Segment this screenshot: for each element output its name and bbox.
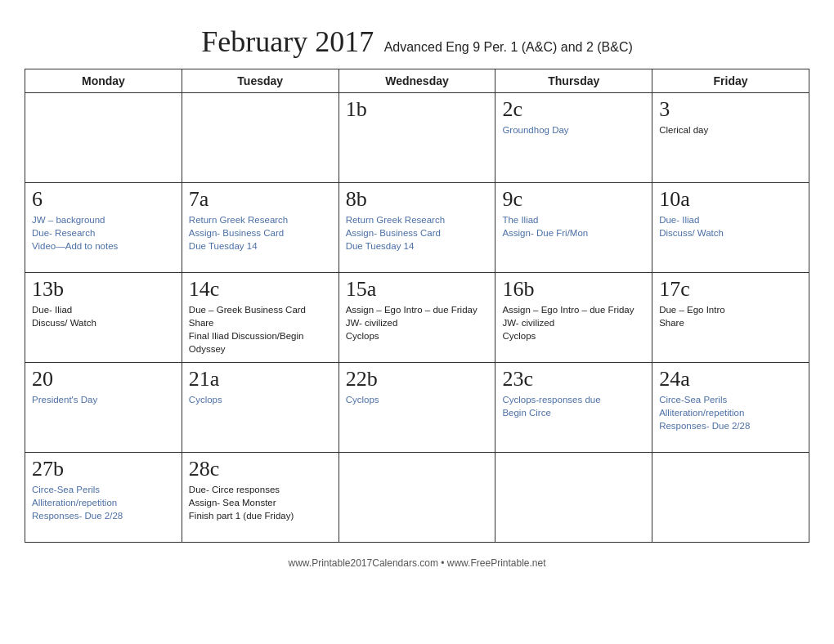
footer-text: www.Printable2017Calendars.com • www.Fre… xyxy=(288,557,545,569)
day-event: Discuss/ Watch xyxy=(32,316,175,329)
week-row-3: 13bDue- IliadDiscuss/ Watch14cDue – Gree… xyxy=(25,273,809,363)
week-row-4: 20President's Day21aCyclops22bCyclops23c… xyxy=(25,363,809,453)
day-event: Assign – Ego Intro – due Friday xyxy=(502,303,645,316)
calendar-cell: 14cDue – Greek Business CardShareFinal I… xyxy=(182,273,339,363)
day-number: 20 xyxy=(32,368,175,391)
column-header-thursday: Thursday xyxy=(495,69,652,93)
day-number: 22b xyxy=(346,368,489,391)
calendar-cell: 10aDue- IliadDiscuss/ Watch xyxy=(652,183,809,273)
day-event: Discuss/ Watch xyxy=(659,226,802,239)
day-number: 8b xyxy=(346,188,489,212)
day-number: 14c xyxy=(189,278,332,302)
day-event: The Iliad xyxy=(502,213,645,226)
day-number: 17c xyxy=(659,278,802,302)
day-event: Share xyxy=(189,316,332,329)
day-event: Assign- Business Card xyxy=(189,226,332,239)
day-event: Assign- Business Card xyxy=(346,226,489,239)
calendar-cell: 27bCirce-Sea PerilsAlliteration/repetiti… xyxy=(25,453,182,543)
day-event: Due- Iliad xyxy=(32,303,175,316)
day-event: Due – Ego Intro xyxy=(659,303,802,316)
calendar-cell: 17cDue – Ego IntroShare xyxy=(652,273,809,363)
calendar-header: February 2017 Advanced Eng 9 Per. 1 (A&C… xyxy=(201,25,633,59)
calendar-cell: 24aCirce-Sea PerilsAlliteration/repetiti… xyxy=(652,363,809,453)
day-event: Cyclops xyxy=(502,329,645,342)
calendar-cell: 3Clerical day xyxy=(652,93,809,183)
calendar-cell: 13bDue- IliadDiscuss/ Watch xyxy=(25,273,182,363)
day-event: Assign- Due Fri/Mon xyxy=(502,226,645,239)
day-event: JW- civilized xyxy=(346,316,489,329)
day-number: 28c xyxy=(189,458,332,481)
week-row-5: 27bCirce-Sea PerilsAlliteration/repetiti… xyxy=(25,453,809,543)
calendar-subtitle: Advanced Eng 9 Per. 1 (A&C) and 2 (B&C) xyxy=(384,40,633,54)
day-event: Due – Greek Business Card xyxy=(189,303,332,316)
day-event: Responses- Due 2/28 xyxy=(32,509,175,522)
day-event: Return Greek Research xyxy=(346,213,489,226)
calendar-cell xyxy=(339,453,495,543)
day-event: Alliteration/repetition xyxy=(659,406,802,419)
day-event: Alliteration/repetition xyxy=(32,496,175,509)
day-event: Share xyxy=(659,316,802,329)
calendar-cell xyxy=(182,93,339,183)
calendar-cell: 2cGroundhog Day xyxy=(495,93,652,183)
day-number: 3 xyxy=(659,98,802,122)
calendar-cell: 22bCyclops xyxy=(339,363,495,453)
day-event: Finish part 1 (due Friday) xyxy=(189,509,332,522)
calendar-title: February 2017 xyxy=(201,25,374,58)
calendar-cell: 9cThe IliadAssign- Due Fri/Mon xyxy=(495,183,652,273)
day-event: Due Tuesday 14 xyxy=(346,239,489,253)
day-number: 2c xyxy=(502,98,645,122)
calendar-cell xyxy=(25,93,182,183)
calendar-cell: 20President's Day xyxy=(25,363,182,453)
day-event: Cyclops xyxy=(346,393,489,406)
day-event: Assign- Sea Monster xyxy=(189,496,332,509)
day-number: 15a xyxy=(346,278,489,302)
day-event: Assign – Ego Intro – due Friday xyxy=(346,303,489,316)
column-header-monday: Monday xyxy=(25,69,182,93)
day-event: Due- Iliad xyxy=(659,213,802,226)
calendar-cell xyxy=(652,453,809,543)
calendar-cell: 23cCyclops-responses dueBegin Circe xyxy=(495,363,652,453)
week-row-1: 1b2cGroundhog Day3Clerical day xyxy=(25,93,809,183)
day-event: Clerical day xyxy=(659,123,802,136)
column-header-friday: Friday xyxy=(652,69,809,93)
day-event: JW – background xyxy=(32,213,175,226)
day-number: 24a xyxy=(659,368,802,391)
calendar-header-row: MondayTuesdayWednesdayThursdayFriday xyxy=(25,69,809,93)
calendar-cell xyxy=(495,453,652,543)
calendar-cell: 21aCyclops xyxy=(182,363,339,453)
calendar-cell: 16bAssign – Ego Intro – due FridayJW- ci… xyxy=(495,273,652,363)
day-event: Return Greek Research xyxy=(189,213,332,226)
day-number: 7a xyxy=(189,188,332,212)
day-number: 21a xyxy=(189,368,332,391)
calendar-table: MondayTuesdayWednesdayThursdayFriday 1b2… xyxy=(25,69,809,543)
day-event: Groundhog Day xyxy=(502,123,645,136)
column-header-wednesday: Wednesday xyxy=(339,69,495,93)
day-number: 23c xyxy=(502,368,645,391)
day-number: 1b xyxy=(346,98,489,122)
day-event: Begin Circe xyxy=(502,406,645,419)
calendar-cell: 8bReturn Greek ResearchAssign- Business … xyxy=(339,183,495,273)
day-event: Cyclops xyxy=(189,393,332,406)
calendar-cell: 28cDue- Circe responsesAssign- Sea Monst… xyxy=(182,453,339,543)
calendar-cell: 1b xyxy=(339,93,495,183)
day-event: Video—Add to notes xyxy=(32,239,175,253)
column-header-tuesday: Tuesday xyxy=(182,69,339,93)
day-event: Cyclops xyxy=(346,329,489,342)
day-event: Due- Research xyxy=(32,226,175,239)
day-number: 27b xyxy=(32,458,175,481)
calendar-cell: 6JW – backgroundDue- ResearchVideo—Add t… xyxy=(25,183,182,273)
day-event: JW- civilized xyxy=(502,316,645,329)
day-event: Circe-Sea Perils xyxy=(659,393,802,406)
day-number: 9c xyxy=(502,188,645,212)
day-event: Cyclops-responses due xyxy=(502,393,645,406)
day-event: President's Day xyxy=(32,393,175,406)
calendar-cell: 15aAssign – Ego Intro – due FridayJW- ci… xyxy=(339,273,495,363)
day-number: 10a xyxy=(659,188,802,212)
day-number: 6 xyxy=(32,188,175,212)
day-event: Due Tuesday 14 xyxy=(189,239,332,253)
day-event: Circe-Sea Perils xyxy=(32,483,175,496)
week-row-2: 6JW – backgroundDue- ResearchVideo—Add t… xyxy=(25,183,809,273)
calendar-cell: 7aReturn Greek ResearchAssign- Business … xyxy=(182,183,339,273)
day-event: Due- Circe responses xyxy=(189,483,332,496)
day-number: 13b xyxy=(32,278,175,302)
